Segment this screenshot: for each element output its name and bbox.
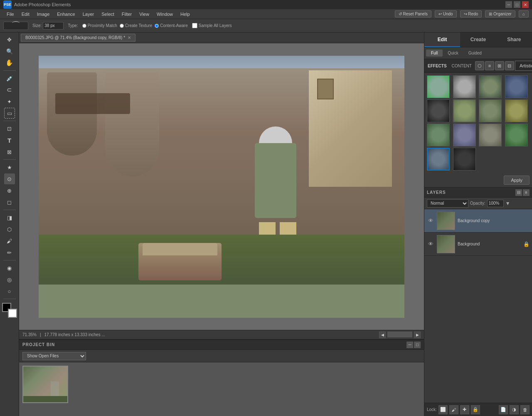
guided-view-tab[interactable]: Guided [463, 50, 487, 57]
layer-item-background[interactable]: 👁 Background 🔒 [424, 233, 532, 256]
layers-panel-expand-btn[interactable]: ⊟ [515, 189, 522, 196]
menu-filter[interactable]: Filter [118, 11, 135, 17]
blur-tool[interactable]: ◉ [4, 262, 15, 273]
effect-thumb-1[interactable] [453, 75, 476, 98]
share-panel-tab[interactable]: Share [496, 32, 532, 47]
layer-visibility-bg-copy[interactable]: 👁 [427, 217, 434, 225]
delete-layer-btn[interactable]: 🗑 [520, 405, 530, 414]
effect-thumb-2[interactable] [479, 75, 502, 98]
eraser-tool[interactable]: ◻ [4, 197, 15, 208]
effects-category-dropdown[interactable]: Artistic Brush Strokes Distort Sketch St… [515, 61, 532, 71]
shape-tool[interactable]: ★ [4, 162, 15, 173]
opacity-dropdown-arrow[interactable]: ▼ [505, 201, 510, 206]
brush-tool[interactable]: 🖌 [4, 235, 15, 246]
text-tool[interactable]: T [4, 135, 15, 146]
lock-image-btn[interactable]: 🖌 [449, 405, 458, 414]
minimize-button[interactable]: ─ [505, 1, 512, 8]
apply-button[interactable]: Apply [504, 176, 530, 185]
marquee-tool[interactable]: ▭ [4, 108, 15, 119]
proximity-match-option[interactable]: Proximity Match [82, 23, 117, 28]
effect-thumb-3[interactable] [505, 75, 528, 98]
new-layer-btn[interactable]: 📄 [499, 405, 508, 414]
new-adjustment-layer-btn[interactable]: ◑ [510, 405, 519, 414]
layers-panel-controls[interactable]: ⊟ ≡ [515, 189, 530, 196]
effect-thumb-6[interactable] [479, 99, 502, 122]
effects-label[interactable]: EFFECTS [426, 64, 448, 68]
project-bin-collapse-btn[interactable]: ─ [406, 342, 413, 348]
scroll-right-btn[interactable]: ▶ [414, 332, 421, 338]
effect-thumb-8[interactable] [427, 124, 450, 146]
effects-list-btn[interactable]: ≡ [485, 61, 494, 70]
quick-view-tab[interactable]: Quick [443, 50, 463, 57]
scroll-indicator[interactable] [387, 332, 412, 337]
effects-all-btn[interactable]: ⬡ [475, 61, 484, 70]
close-button[interactable]: ✕ [522, 1, 529, 8]
project-bin-expand-btn[interactable]: □ [414, 342, 421, 348]
effect-thumb-7[interactable] [505, 99, 528, 122]
opacity-input[interactable] [487, 200, 504, 207]
effect-thumb-11[interactable] [505, 124, 528, 146]
reset-panels-button[interactable]: ↺ Reset Panels [395, 10, 431, 17]
background-color[interactable] [8, 309, 17, 318]
effect-thumb-5[interactable] [453, 99, 476, 122]
effect-thumb-13[interactable] [453, 148, 476, 171]
content-aware-option[interactable]: Content-Aware [155, 23, 188, 28]
layer-item-background-copy[interactable]: 👁 Background copy [424, 209, 532, 233]
dodge-tool[interactable]: ○ [4, 286, 15, 297]
menu-select[interactable]: Select [98, 11, 118, 17]
titlebar-controls[interactable]: ─ □ ✕ [505, 1, 529, 8]
content-aware-radio[interactable] [155, 24, 159, 28]
effect-thumb-9[interactable] [453, 124, 476, 146]
menu-layer[interactable]: Layer [79, 11, 98, 17]
lasso-tool[interactable]: ⊂ [4, 84, 15, 95]
hand-tool[interactable]: ✋ [4, 57, 15, 68]
proximity-match-radio[interactable] [82, 24, 86, 28]
transform-tool[interactable]: ⊠ [4, 146, 15, 157]
create-panel-tab[interactable]: Create [460, 32, 496, 47]
spot-heal-tool[interactable]: ⊙ [4, 173, 15, 184]
effect-thumb-12[interactable] [427, 148, 450, 171]
effect-thumb-0[interactable] [427, 75, 450, 98]
lock-all-btn[interactable]: 🔒 [471, 405, 480, 414]
home-button[interactable]: ⌂ [519, 10, 529, 17]
show-files-dropdown[interactable]: Show Open Files Show Files from Organize… [22, 352, 86, 360]
edit-panel-tab[interactable]: Edit [424, 32, 460, 47]
content-label[interactable]: CONTENT [450, 64, 473, 68]
move-tool[interactable]: ✥ [4, 34, 15, 45]
effect-thumb-4[interactable] [427, 99, 450, 122]
menu-file[interactable]: File [3, 11, 17, 17]
clone-tool[interactable]: ⊕ [4, 185, 15, 196]
paint-bucket-tool[interactable]: ⬡ [4, 224, 15, 235]
redo-button[interactable]: ↪ Redo [460, 10, 482, 17]
pencil-tool[interactable]: ✏ [4, 247, 15, 258]
layers-panel-menu-btn[interactable]: ≡ [523, 189, 530, 196]
eyedropper-tool[interactable]: 💉 [4, 73, 15, 84]
sponge-tool[interactable]: ◎ [4, 274, 15, 285]
scroll-left-btn[interactable]: ◀ [379, 332, 386, 338]
canvas-container[interactable] [19, 43, 424, 330]
lock-transparency-btn[interactable]: ⬜ [438, 405, 448, 414]
organizer-button[interactable]: ⊞ Organizer [485, 10, 515, 17]
menu-help[interactable]: Help [177, 11, 193, 17]
effects-grid-btn[interactable]: ⊞ [495, 61, 504, 70]
brush-preview[interactable]: ⌒ [3, 22, 28, 30]
menu-window[interactable]: Window [153, 11, 176, 17]
blend-mode-dropdown[interactable]: Normal Multiply Screen Overlay [427, 199, 468, 208]
layer-visibility-bg[interactable]: 👁 [427, 240, 434, 248]
menu-enhance[interactable]: Enhance [54, 11, 78, 17]
doc-tab-close[interactable]: ✕ [128, 35, 131, 40]
menu-image[interactable]: Image [34, 11, 53, 17]
effect-thumb-10[interactable] [479, 124, 502, 146]
sample-all-layers-option[interactable]: Sample All Layers [192, 23, 232, 28]
gradient-tool[interactable]: ◨ [4, 212, 15, 223]
magic-wand-tool[interactable]: ✦ [4, 96, 15, 107]
effects-expand-btn[interactable]: ⊟ [505, 61, 514, 70]
zoom-tool[interactable]: 🔍 [4, 46, 15, 57]
crop-tool[interactable]: ⊡ [4, 123, 15, 134]
sample-all-layers-checkbox[interactable] [192, 23, 197, 28]
project-bin-controls[interactable]: ─ □ [406, 342, 421, 348]
undo-button[interactable]: ↩ Undo [435, 10, 457, 17]
lock-position-btn[interactable]: ✚ [460, 405, 469, 414]
full-view-tab[interactable]: Full [426, 50, 443, 57]
create-texture-option[interactable]: Create Texture [120, 23, 152, 28]
